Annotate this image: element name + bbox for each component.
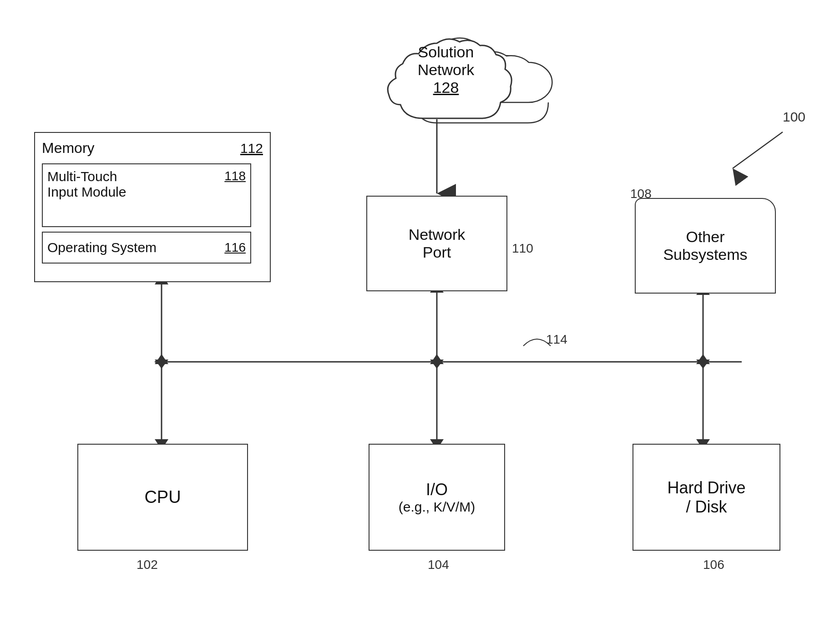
svg-point-11 — [412, 62, 461, 102]
svg-marker-24 — [430, 360, 444, 369]
other-subsystems-ref: 108 — [630, 187, 652, 201]
svg-marker-27 — [696, 360, 710, 369]
cpu-box: CPU — [77, 444, 248, 551]
svg-point-8 — [481, 56, 529, 95]
cloud-label-line2: Network — [400, 61, 491, 79]
cpu-ref: 102 — [137, 558, 158, 572]
svg-point-12 — [440, 54, 484, 91]
svg-point-14 — [482, 56, 528, 94]
harddrive-label-line1: Hard Drive — [667, 478, 745, 497]
network-port-label-line1: Network — [409, 226, 466, 243]
io-label-line2: (e.g., K/V/M) — [399, 499, 475, 515]
cpu-label: CPU — [144, 487, 181, 507]
memory-box: Memory 112 Multi-Touch Input Module 118 … — [34, 132, 271, 282]
io-ref: 104 — [428, 558, 449, 572]
os-box: Operating System 116 — [42, 232, 251, 264]
cloud-label-line1: Solution — [400, 43, 491, 61]
svg-point-13 — [463, 62, 506, 97]
svg-marker-21 — [155, 360, 168, 369]
harddrive-label-line2: / Disk — [686, 497, 727, 517]
multitouch-label-line2: Input Module — [47, 184, 126, 200]
network-port-ref: 110 — [512, 241, 533, 256]
os-ref: 116 — [224, 240, 246, 255]
svg-point-7 — [463, 61, 506, 98]
multitouch-ref: 118 — [224, 169, 246, 183]
svg-point-15 — [506, 63, 550, 101]
os-label: Operating System — [47, 240, 157, 255]
svg-marker-30 — [155, 354, 168, 364]
network-port-label-line2: Port — [423, 243, 451, 261]
other-subsystems-label-line1: Other — [686, 228, 724, 246]
memory-ref: 112 — [240, 141, 263, 156]
io-label-line1: I/O — [426, 480, 448, 499]
bus-ref: 114 — [546, 332, 567, 347]
other-subsystems-label-line2: Subsystems — [663, 246, 747, 264]
harddrive-box: Hard Drive / Disk — [633, 444, 780, 551]
io-box: I/O (e.g., K/V/M) — [369, 444, 505, 551]
svg-point-9 — [505, 63, 551, 101]
svg-point-6 — [439, 54, 485, 92]
ref-100: 100 — [783, 109, 805, 125]
svg-marker-36 — [696, 354, 710, 364]
harddrive-ref: 106 — [703, 558, 724, 572]
network-port-box: Network Port — [366, 196, 507, 291]
cloud-label-ref: 128 — [400, 79, 491, 96]
memory-label: Memory — [42, 140, 95, 157]
multitouch-box: Multi-Touch Input Module 118 — [42, 163, 251, 227]
svg-rect-10 — [416, 86, 548, 123]
other-subsystems-box: Other Subsystems — [635, 198, 776, 294]
svg-marker-33 — [430, 354, 444, 364]
svg-line-37 — [733, 132, 783, 168]
svg-point-5 — [412, 61, 462, 102]
multitouch-label-line1: Multi-Touch — [47, 169, 126, 184]
